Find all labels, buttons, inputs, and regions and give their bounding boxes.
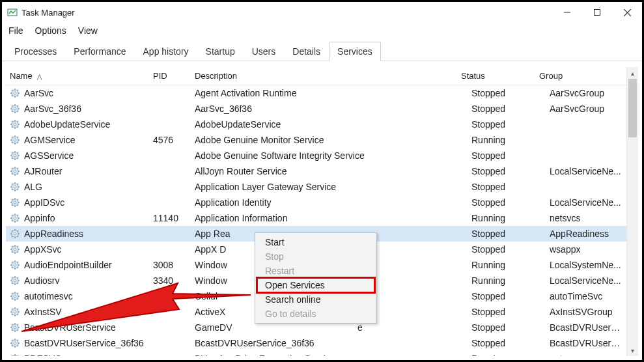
svg-line-93 bbox=[12, 221, 12, 221]
scroll-down-button[interactable]: ▾ bbox=[627, 344, 638, 356]
app-icon bbox=[7, 7, 18, 18]
tab-app-history[interactable]: App history bbox=[135, 42, 197, 61]
svg-line-62 bbox=[18, 174, 18, 174]
column-header-description[interactable]: Description bbox=[191, 71, 457, 81]
svg-line-31 bbox=[12, 121, 12, 122]
service-description: AdobeUpdateService bbox=[191, 119, 468, 130]
svg-line-123 bbox=[12, 268, 12, 268]
service-status: Stopped bbox=[468, 119, 546, 130]
service-gear-icon bbox=[10, 166, 20, 176]
service-name: AJRouter bbox=[24, 166, 62, 176]
svg-line-153 bbox=[12, 314, 12, 315]
svg-line-151 bbox=[12, 309, 12, 309]
service-name: AGMService bbox=[24, 135, 76, 145]
svg-line-172 bbox=[18, 346, 18, 346]
service-description: Adobe Genuine Software Integrity Service bbox=[191, 150, 468, 161]
service-pid: 4576 bbox=[149, 135, 191, 145]
window-title: Task Manager bbox=[21, 8, 75, 18]
service-name: BcastDVRUserService bbox=[24, 322, 116, 333]
svg-line-103 bbox=[12, 236, 12, 237]
context-menu-stop: Stop bbox=[257, 249, 374, 264]
service-gear-icon bbox=[10, 260, 20, 270]
service-row[interactable]: AJRouterAllJoyn Router ServiceStoppedLoc… bbox=[6, 163, 626, 179]
menu-file[interactable]: File bbox=[8, 25, 23, 36]
svg-line-163 bbox=[12, 330, 12, 331]
menubar: File Options View bbox=[2, 23, 642, 41]
tab-details[interactable]: Details bbox=[284, 42, 329, 61]
service-name: AarSvc bbox=[24, 88, 53, 98]
tab-services[interactable]: Services bbox=[329, 42, 381, 61]
svg-line-132 bbox=[18, 283, 18, 284]
svg-line-71 bbox=[12, 184, 12, 184]
service-row[interactable]: Appinfo11140Application InformationRunni… bbox=[6, 210, 626, 226]
service-name: BcastDVRUserService_36f36 bbox=[24, 338, 144, 348]
svg-line-142 bbox=[18, 299, 18, 299]
service-name: AarSvc_36f36 bbox=[24, 104, 81, 114]
context-menu: StartStopRestartOpen ServicesSearch onli… bbox=[255, 232, 377, 324]
tab-users[interactable]: Users bbox=[244, 42, 285, 61]
svg-point-56 bbox=[14, 170, 16, 173]
context-menu-search-online[interactable]: Search online bbox=[257, 292, 374, 307]
column-headers: Name ⋀ PID Description Status Group bbox=[6, 67, 626, 85]
service-status: Stopped bbox=[468, 150, 546, 161]
svg-line-114 bbox=[18, 246, 18, 247]
svg-line-74 bbox=[18, 184, 18, 184]
svg-line-102 bbox=[18, 236, 18, 237]
svg-line-44 bbox=[18, 137, 18, 137]
svg-line-141 bbox=[12, 293, 12, 294]
service-description: AllJoyn Router Service bbox=[191, 166, 468, 176]
service-row[interactable]: ALGApplication Layer Gateway ServiceStop… bbox=[6, 179, 626, 195]
service-row[interactable]: AdobeUpdateServiceAdobeUpdateServiceStop… bbox=[6, 117, 626, 132]
window-controls bbox=[552, 2, 642, 23]
vertical-scrollbar[interactable]: ▴ ▾ bbox=[626, 67, 638, 356]
service-name: AppReadiness bbox=[24, 229, 83, 239]
svg-line-82 bbox=[18, 205, 18, 206]
service-gear-icon bbox=[10, 88, 20, 98]
service-row[interactable]: AGMService4576Adobe Genuine Monitor Serv… bbox=[6, 132, 626, 148]
service-group: netsvcs bbox=[546, 213, 626, 223]
svg-line-24 bbox=[18, 105, 18, 106]
service-gear-icon bbox=[10, 150, 20, 161]
service-row[interactable]: AppIDSvcApplication IdentityStoppedLocal… bbox=[6, 195, 626, 210]
minimize-button[interactable] bbox=[552, 2, 582, 23]
svg-line-92 bbox=[18, 221, 18, 221]
service-row[interactable]: BcastDVRUserService_36f36BcastDVRUserSer… bbox=[6, 335, 626, 351]
svg-line-104 bbox=[18, 230, 18, 231]
menu-view[interactable]: View bbox=[78, 25, 98, 36]
svg-line-53 bbox=[12, 158, 12, 159]
service-name: AudioEndpointBuilder bbox=[24, 260, 112, 270]
column-header-pid[interactable]: PID bbox=[149, 71, 191, 81]
context-menu-open-services[interactable]: Open Services bbox=[257, 278, 374, 292]
service-row[interactable]: AGSServiceAdobe Genuine Software Integri… bbox=[6, 148, 626, 163]
close-button[interactable] bbox=[612, 2, 642, 23]
tab-processes[interactable]: Processes bbox=[6, 42, 65, 61]
svg-line-34 bbox=[18, 121, 18, 122]
column-header-status[interactable]: Status bbox=[457, 71, 535, 81]
service-row[interactable]: AarSvcAgent Activation RuntimeStoppedAar… bbox=[6, 85, 626, 101]
svg-line-42 bbox=[18, 143, 18, 143]
service-status: Stopped bbox=[468, 88, 546, 98]
svg-point-6 bbox=[14, 92, 16, 94]
service-gear-icon bbox=[10, 213, 20, 223]
scroll-up-button[interactable]: ▴ bbox=[627, 67, 638, 79]
svg-line-72 bbox=[18, 189, 18, 190]
svg-point-86 bbox=[14, 217, 16, 219]
menu-options[interactable]: Options bbox=[35, 25, 66, 36]
maximize-button[interactable] bbox=[582, 2, 612, 23]
service-status: Running bbox=[468, 354, 546, 356]
column-header-name[interactable]: Name ⋀ bbox=[6, 71, 149, 81]
svg-line-111 bbox=[12, 246, 12, 247]
svg-line-21 bbox=[12, 105, 12, 106]
scroll-thumb[interactable] bbox=[628, 79, 637, 137]
service-status: Stopped bbox=[468, 166, 546, 176]
tab-startup[interactable]: Startup bbox=[197, 42, 244, 61]
service-group: wsappx bbox=[546, 244, 626, 255]
context-menu-start[interactable]: Start bbox=[257, 235, 374, 249]
tab-performance[interactable]: Performance bbox=[65, 42, 134, 61]
column-header-group[interactable]: Group bbox=[535, 71, 616, 81]
svg-line-22 bbox=[18, 111, 18, 112]
service-description: BitLocker Drive Encryption Service bbox=[191, 354, 468, 356]
service-row[interactable]: AarSvc_36f36AarSvc_36f36StoppedAarSvcGro… bbox=[6, 101, 626, 117]
service-row[interactable]: BDESVCBitLocker Drive Encryption Service… bbox=[6, 351, 626, 356]
svg-line-124 bbox=[18, 262, 18, 262]
